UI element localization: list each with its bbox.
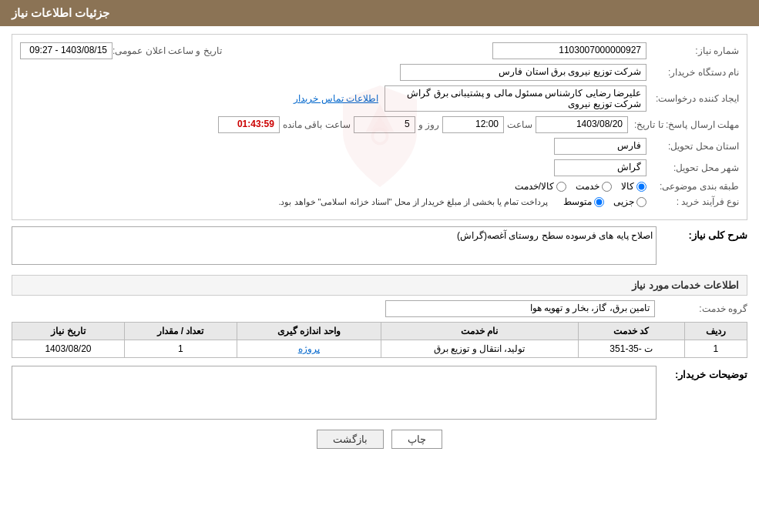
page-title: جزئیات اطلاعات نیاز: [12, 6, 109, 19]
buyer-notes-label: توضیحات خریدار:: [663, 366, 747, 380]
deadline-days: 5: [354, 116, 415, 133]
cell-code: ت -35-351: [578, 340, 684, 358]
row-purchase-type: نوع فرآیند خرید : جزیی متوسط پرداخت تمام…: [20, 196, 739, 207]
table-row: 1 ت -35-351 تولید، انتقال و توزیع برق پر…: [12, 340, 747, 358]
row-deadline: مهلت ارسال پاسخ: تا تاریخ: 1403/08/20 سا…: [20, 116, 739, 133]
radio-kala-label: کالا: [621, 181, 634, 192]
radio-jozii-label: جزیی: [613, 196, 634, 207]
services-section: ردیف کد خدمت نام خدمت واحد اندازه گیری ت…: [12, 322, 747, 358]
row-city: شهر محل تحویل: گراش: [20, 159, 739, 176]
deadline-date: 1403/08/20: [536, 116, 628, 133]
need-number-label: شماره نیاز:: [646, 45, 739, 56]
deadline-remain: 01:43:59: [218, 116, 280, 133]
radio-khedmat[interactable]: خدمت: [576, 181, 612, 192]
radio-jozii-input[interactable]: [636, 197, 646, 207]
service-group-label: گروه خدمت:: [655, 303, 747, 314]
services-section-title: اطلاعات خدمات مورد نیاز: [12, 275, 747, 296]
radio-khedmat-label: خدمت: [576, 181, 599, 192]
col-date: تاریخ نیاز: [12, 323, 125, 340]
deadline-remain-label: ساعت باقی مانده: [280, 119, 354, 130]
city-label: شهر محل تحویل:: [646, 162, 739, 173]
category-radio-group: کالا خدمت کالا/خدمت: [515, 181, 646, 192]
radio-motavaset-input[interactable]: [594, 197, 604, 207]
creator-label: ایجاد کننده درخواست:: [646, 93, 739, 104]
row-category: طبقه بندی موضوعی: کالا خدمت کالا/خدمت: [20, 181, 739, 192]
page-header: جزئیات اطلاعات نیاز: [0, 0, 759, 26]
print-button[interactable]: چاپ: [391, 430, 442, 449]
cell-quantity: 1: [124, 340, 237, 358]
radio-kala-khedmat[interactable]: کالا/خدمت: [515, 181, 566, 192]
need-number-value: 1103007000000927: [492, 42, 646, 59]
radio-kala-khedmat-label: کالا/خدمت: [515, 181, 554, 192]
radio-jozii[interactable]: جزیی: [613, 196, 646, 207]
radio-khedmat-input[interactable]: [602, 182, 612, 192]
creator-value: علیرضا رضایی کارشناس مسئول مالی و پشتیبا…: [385, 85, 646, 112]
row-need-number: شماره نیاز: 1103007000000927 تاریخ و ساع…: [20, 42, 739, 59]
col-row: ردیف: [684, 323, 747, 340]
deadline-time: 12:00: [442, 116, 504, 133]
buyer-org-value: شرکت توزیع نیروی برق استان فارس: [400, 64, 646, 81]
col-unit: واحد اندازه گیری: [237, 323, 381, 340]
province-label: استان محل تحویل:: [646, 141, 739, 152]
need-summary-label: شرح کلی نیاز:: [663, 226, 747, 241]
announcement-value: 1403/08/15 - 09:27: [20, 42, 113, 59]
table-header-row: ردیف کد خدمت نام خدمت واحد اندازه گیری ت…: [12, 323, 747, 340]
city-value: گراش: [554, 159, 646, 176]
cell-date: 1403/08/20: [12, 340, 125, 358]
province-value: فارس: [554, 138, 646, 155]
cell-unit: پروژه: [237, 340, 381, 358]
category-label: طبقه بندی موضوعی:: [646, 181, 739, 192]
need-summary-textarea[interactable]: اصلاح پایه های فرسوده سطح روستای آغصه(گر…: [12, 226, 657, 265]
row-service-group: گروه خدمت: تامین برق، گاز، بخار و تهویه …: [12, 300, 747, 317]
service-group-value: تامین برق، گاز، بخار و تهویه هوا: [385, 300, 655, 317]
row-buyer-org: نام دستگاه خریدار: شرکت توزیع نیروی برق …: [20, 64, 739, 81]
services-table: ردیف کد خدمت نام خدمت واحد اندازه گیری ت…: [12, 322, 747, 358]
deadline-label: مهلت ارسال پاسخ: تا تاریخ:: [628, 119, 739, 130]
contact-link[interactable]: اطلاعات تماس خریدار: [294, 93, 378, 104]
page-wrapper: جزئیات اطلاعات نیاز شماره نیاز: 11030070…: [0, 0, 759, 532]
radio-kala[interactable]: کالا: [621, 181, 646, 192]
purchase-type-label: نوع فرآیند خرید :: [646, 196, 739, 207]
row-creator: ایجاد کننده درخواست: علیرضا رضایی کارشنا…: [20, 85, 739, 112]
announcement-label: تاریخ و ساعت اعلان عمومی:: [113, 45, 222, 56]
back-button[interactable]: بازگشت: [317, 430, 384, 449]
deadline-day-label: روز و: [415, 119, 442, 130]
buyer-org-label: نام دستگاه خریدار:: [646, 67, 739, 78]
cell-name: تولید، انتقال و توزیع برق: [381, 340, 578, 358]
buttons-row: چاپ بازگشت: [12, 430, 747, 449]
col-quantity: تعداد / مقدار: [124, 323, 237, 340]
need-summary-row: شرح کلی نیاز: اصلاح پایه های فرسوده سطح …: [12, 226, 747, 267]
row-province: استان محل تحویل: فارس: [20, 138, 739, 155]
cell-row: 1: [684, 340, 747, 358]
radio-kala-khedmat-input[interactable]: [556, 182, 566, 192]
col-name: نام خدمت: [381, 323, 578, 340]
content-area: شماره نیاز: 1103007000000927 تاریخ و ساع…: [0, 26, 759, 464]
main-info-section: شماره نیاز: 1103007000000927 تاریخ و ساع…: [12, 34, 747, 220]
buyer-notes-textarea[interactable]: [12, 366, 657, 420]
radio-motavaset-label: متوسط: [563, 196, 592, 207]
buyer-notes-row: توضیحات خریدار:: [12, 366, 747, 422]
purchase-radio-group: جزیی متوسط: [563, 196, 646, 207]
radio-kala-input[interactable]: [636, 182, 646, 192]
col-code: کد خدمت: [578, 323, 684, 340]
radio-motavaset[interactable]: متوسط: [563, 196, 604, 207]
deadline-time-label: ساعت: [504, 119, 536, 130]
purchase-note: پرداخت تمام یا بخشی از مبلغ خریدار از مح…: [278, 197, 548, 207]
